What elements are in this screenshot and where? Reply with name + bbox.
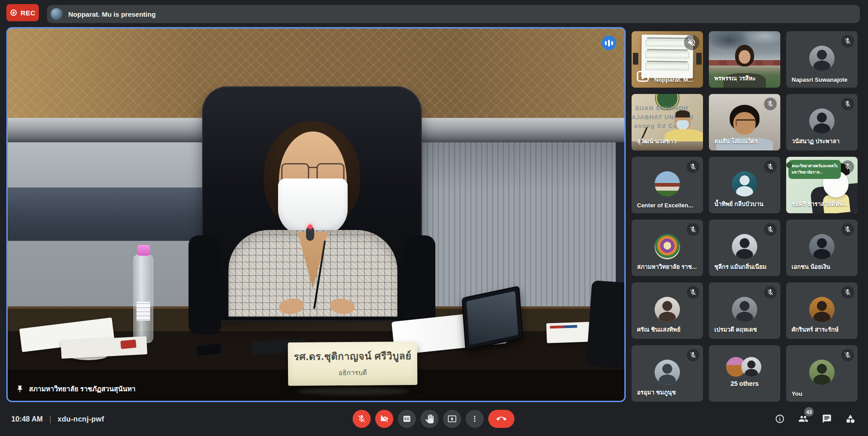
info-icon: [775, 414, 785, 424]
board-clip: [696, 53, 702, 65]
clock: 10:48 AM: [11, 415, 43, 423]
person-head: [675, 112, 691, 131]
mic-muted-icon: [687, 160, 699, 173]
overflow-participants-tile[interactable]: 25 others: [709, 345, 780, 402]
participant-tile-video[interactable]: คณะวิทยาศาสตร์และเทคโนโลยี มหาวิทยาลัยรา…: [786, 157, 858, 213]
participant-tile-video[interactable]: SUAN SUNANDH AJABHAT UNIVERS anong Ed Ce…: [632, 94, 703, 150]
participant-tile[interactable]: สภามหาวิทยาลัย ราช...: [632, 220, 703, 276]
mic-muted-icon: [841, 349, 854, 361]
wall-text: anong Ed Ce: [634, 123, 677, 129]
meeting-details-button[interactable]: [774, 410, 786, 428]
participant-name: ชุลีกร แม้นกลิ่นเนียม: [714, 262, 766, 272]
mic-muted-icon: [841, 286, 854, 299]
mic-muted-icon: [764, 286, 777, 299]
more-vert-icon: [470, 414, 479, 423]
mic-muted-icon: [687, 349, 699, 361]
participant-name: อรอุมา ชมภูนุช: [637, 388, 676, 397]
participant-tile[interactable]: ศักรินทร์ สาระรักษ์: [786, 282, 858, 339]
participant-name: สภามหาวิทยาลัย ราช...: [637, 262, 697, 272]
pinned-name: สภามหาวิทยาลัย ราชภัฏสวนสุนันทา: [29, 384, 136, 394]
end-call-button[interactable]: [488, 410, 514, 428]
avatar: [732, 234, 757, 259]
captions-button[interactable]: [398, 410, 416, 428]
avatar: [809, 360, 835, 385]
mic-button[interactable]: [353, 410, 371, 428]
meeting-code: xdu-ncnj-pwf: [57, 415, 104, 423]
participant-count-badge: 43: [804, 407, 814, 417]
avatar: [809, 108, 835, 134]
participant-tile[interactable]: Center of Excellen...: [632, 157, 703, 213]
raise-hand-button[interactable]: [420, 410, 439, 428]
recording-badge: REC: [6, 4, 39, 21]
call-controls: [353, 410, 514, 428]
top-bar: REC Nopparat. Mu is presenting: [0, 0, 868, 25]
mic-muted-icon: [841, 160, 854, 173]
avatar: [809, 46, 835, 71]
participant-tile[interactable]: เปรมวดี คฤหเดช: [709, 282, 780, 339]
desk-nameplate: รศ.ดร.ชุติกาญจน์ ศรีวิบูลย์ อธิการบดี: [288, 342, 418, 386]
present-button[interactable]: [443, 410, 461, 428]
avatar: [809, 234, 835, 259]
mic-muted-icon: [841, 98, 854, 110]
participant-tile[interactable]: Napasri Suwanajote: [786, 31, 858, 88]
participant-tile[interactable]: ชุลีกร แม้นกลิ่นเนียม: [709, 220, 780, 276]
participant-tile[interactable]: เอกชน น้อยเงิน: [786, 220, 858, 276]
camera-button[interactable]: [375, 410, 393, 428]
nameplate-name: รศ.ดร.ชุติกาญจน์ ศรีวิบูลย์: [288, 348, 417, 365]
record-icon: [9, 9, 18, 17]
meeting-meta: 10:48 AM | xdu-ncnj-pwf: [11, 402, 104, 436]
participant-tile-presentation[interactable]: Nopparat. M...: [632, 31, 703, 88]
stamp-pad: [120, 340, 136, 349]
chat-button[interactable]: [821, 410, 833, 428]
avatar: [655, 171, 680, 197]
avatar: [809, 297, 835, 322]
people-button[interactable]: 43: [797, 410, 809, 428]
participant-tile[interactable]: ศรัณ ชินแสงทิพย์: [632, 282, 703, 339]
raise-hand-icon: [425, 414, 434, 423]
main-video-tile[interactable]: รศ.ดร.ชุติกาญจน์ ศรีวิบูลย์ อธิการบดี สภ…: [6, 27, 626, 402]
activities-icon: [845, 414, 855, 424]
camera-off-icon: [380, 414, 389, 423]
participant-name: ศรัณ ชินแสงทิพย์: [637, 325, 680, 334]
audio-playing-icon: [602, 36, 616, 50]
mic-muted-icon: [764, 223, 777, 236]
microphone: [306, 226, 314, 241]
participant-name: Nopparat. M...: [654, 76, 693, 83]
participant-tile[interactable]: วนัสนาฏ ประพาลา: [786, 94, 858, 150]
others-count-label: 25 others: [709, 380, 780, 387]
more-options-button[interactable]: [466, 410, 484, 428]
participant-tile-video[interactable]: พรพรรณ วรสีหะ: [709, 31, 780, 88]
participant-name: ชัยศรี ธาราสวัสดิ์พิพั...: [792, 199, 848, 209]
divider: |: [49, 414, 52, 424]
faculty-banner: คณะวิทยาศาสตร์และเทคโนโลยี มหาวิทยาลัยรา…: [788, 160, 841, 179]
presenter-avatar: [51, 8, 62, 20]
presenting-text: Nopparat. Mu is presenting: [68, 10, 156, 18]
person-head: [735, 45, 754, 66]
bottom-bar: 10:48 AM | xdu-ncnj-pwf: [0, 402, 868, 436]
mic-muted-icon: [764, 160, 777, 173]
participant-tile[interactable]: อรอุมา ชมภูนุช: [632, 345, 703, 402]
captions-icon: [402, 414, 411, 423]
pin-icon: [16, 385, 24, 393]
banner-text: คณะวิทยาศาสตร์และเทคโนโลยี: [792, 163, 838, 169]
avatar: [655, 234, 680, 259]
mic-muted-icon: [841, 35, 854, 47]
participant-name: You: [792, 390, 802, 397]
self-view-tile[interactable]: You: [786, 345, 858, 402]
end-call-icon: [496, 414, 506, 424]
nameplate-title: อธิการบดี: [288, 367, 417, 379]
reflection: [297, 387, 410, 395]
participant-tile-video[interactable]: คมสัน โสมณวัตร: [709, 94, 780, 150]
participant-tile[interactable]: น้ำทิพย์ กลีบบัวบาน: [709, 157, 780, 213]
participant-name: สุวัฒน์ นวลขาว: [637, 136, 676, 146]
avatar: [655, 360, 680, 385]
pinned-participant-label: สภามหาวิทยาลัย ราชภัฏสวนสุนันทา: [16, 384, 136, 394]
participant-name: Napasri Suwanajote: [792, 76, 848, 83]
banner-text: มหาวิทยาลัยราช...: [792, 169, 838, 175]
participant-name: เอกชน น้อยเงิน: [792, 262, 830, 272]
activities-button[interactable]: [844, 410, 856, 428]
participant-name: พรพรรณ วรสีหะ: [714, 74, 756, 83]
mic-off-icon: [357, 414, 366, 423]
water-bottle: [133, 254, 153, 343]
participant-name: เปรมวดี คฤหเดช: [714, 325, 757, 334]
